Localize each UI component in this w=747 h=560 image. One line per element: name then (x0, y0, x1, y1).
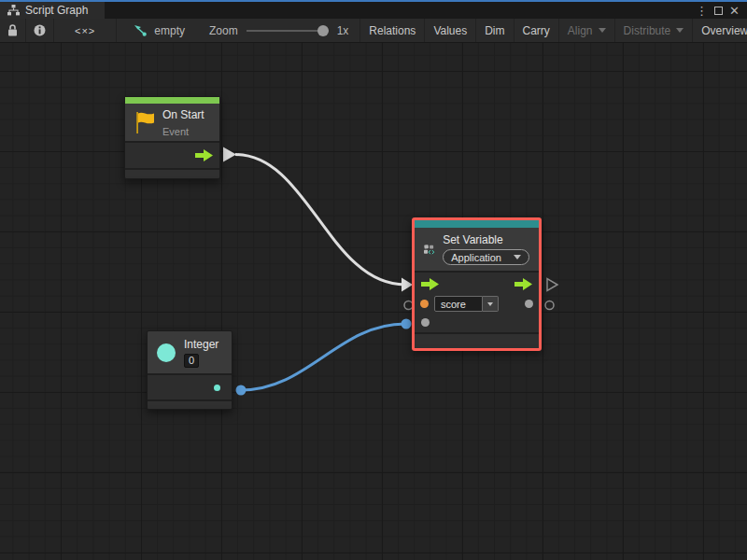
node-footer (148, 399, 232, 405)
close-icon[interactable]: ✕ (729, 5, 740, 17)
node-accent-bar (125, 97, 219, 104)
value-output-port[interactable] (525, 300, 533, 308)
zoom-label: Zoom (209, 24, 238, 37)
align-dropdown-button[interactable]: Align (559, 19, 615, 42)
flow-output-port[interactable] (195, 149, 213, 161)
graph-icon (7, 5, 20, 16)
carry-button[interactable]: Carry (514, 19, 559, 42)
variable-name-field[interactable]: score (434, 296, 499, 312)
graph-canvas[interactable]: On Start Event Set Variable Applicatio (0, 43, 747, 560)
node-title: Integer (184, 338, 218, 351)
graph-breadcrumb[interactable]: empty (117, 19, 198, 42)
node-footer (415, 332, 539, 344)
tab-script-graph[interactable]: Script Graph (0, 2, 105, 19)
node-header: Set Variable Application (415, 228, 539, 271)
node-ports (125, 141, 219, 168)
zoom-control: Zoom 1x (198, 19, 360, 42)
node-title: Set Variable (443, 233, 502, 246)
variable-scope-dropdown[interactable]: Application (443, 249, 529, 265)
overview-button-label: Overview (701, 24, 747, 37)
variable-name-dropdown-button[interactable] (483, 296, 499, 312)
value-input-port[interactable] (421, 318, 430, 327)
node-accent-bar (415, 220, 539, 228)
node-subtitle: Event (162, 126, 189, 137)
integer-icon (157, 343, 176, 362)
chevron-down-icon (487, 302, 493, 306)
node-header: On Start Event (125, 104, 219, 141)
node-ports (148, 373, 232, 399)
flow-input-port[interactable] (421, 278, 439, 290)
value-wire-end-dot[interactable] (402, 319, 412, 329)
info-icon (34, 24, 46, 36)
code-view-button[interactable]: <×> (54, 19, 117, 42)
titlebar-spacer (105, 2, 696, 19)
value-wire-start-dot[interactable] (236, 385, 247, 396)
set-variable-icon (424, 237, 435, 262)
code-icon: <×> (75, 25, 95, 36)
flow-wire-start-arrow[interactable] (223, 147, 236, 162)
chevron-down-icon (676, 28, 684, 33)
wires-layer (0, 43, 747, 560)
distribute-dropdown-button[interactable]: Distribute (615, 19, 694, 42)
dim-button[interactable]: Dim (476, 19, 514, 42)
overview-button[interactable]: Overview (693, 19, 747, 42)
align-button-label: Align (568, 24, 593, 37)
lock-icon (7, 24, 18, 36)
node-on-start[interactable]: On Start Event (124, 96, 220, 179)
variable-name-port[interactable] (420, 300, 429, 308)
values-button[interactable]: Values (425, 19, 476, 42)
integer-value-field[interactable]: 0 (184, 354, 199, 368)
chevron-down-icon (599, 28, 606, 33)
relations-button-label: Relations (369, 24, 416, 37)
unconnected-value-output-marker[interactable] (545, 301, 554, 310)
zoom-slider[interactable] (247, 24, 329, 37)
integer-output-port[interactable] (214, 385, 220, 391)
node-footer (125, 168, 219, 176)
carry-button-label: Carry (523, 24, 550, 37)
zoom-slider-handle[interactable] (317, 25, 329, 36)
relations-button[interactable]: Relations (360, 19, 425, 42)
titlebar: Script Graph ⋮ ✕ (0, 0, 747, 19)
dim-button-label: Dim (485, 24, 504, 37)
flag-icon (134, 111, 155, 134)
node-ports: score (415, 271, 539, 332)
breadcrumb-label: empty (154, 24, 185, 37)
tab-title: Script Graph (25, 4, 88, 17)
flow-output-port[interactable] (514, 278, 532, 290)
node-header: Integer 0 (148, 331, 232, 373)
variable-scope-value: Application (451, 252, 501, 263)
maximize-icon[interactable] (714, 7, 723, 15)
value-wire[interactable] (241, 324, 405, 390)
values-button-label: Values (433, 24, 467, 37)
zoom-slider-track[interactable] (247, 30, 329, 32)
toolbar: <×> empty Zoom 1x Relations Values Dim C… (0, 19, 747, 43)
window-menu-icon[interactable]: ⋮ (696, 5, 708, 17)
distribute-button-label: Distribute (624, 24, 671, 37)
zoom-value: 1x (337, 24, 349, 37)
unconnected-flow-output-marker[interactable] (547, 279, 557, 291)
graph-pointer-icon (134, 24, 148, 37)
inspect-button[interactable] (26, 19, 54, 42)
node-integer[interactable]: Integer 0 (147, 330, 233, 410)
lock-button[interactable] (0, 19, 26, 42)
node-set-variable[interactable]: Set Variable Application score (412, 217, 542, 351)
chevron-down-icon (514, 255, 521, 259)
node-title: On Start (162, 108, 204, 121)
variable-name-value[interactable]: score (434, 296, 483, 312)
flow-wire[interactable] (235, 155, 405, 286)
